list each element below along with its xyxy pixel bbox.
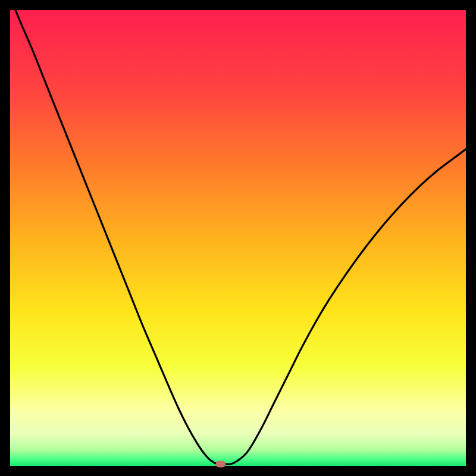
chart-curve <box>10 10 466 466</box>
chart-frame: TheBottleneck.com <box>10 10 466 466</box>
chart-marker <box>216 461 226 467</box>
